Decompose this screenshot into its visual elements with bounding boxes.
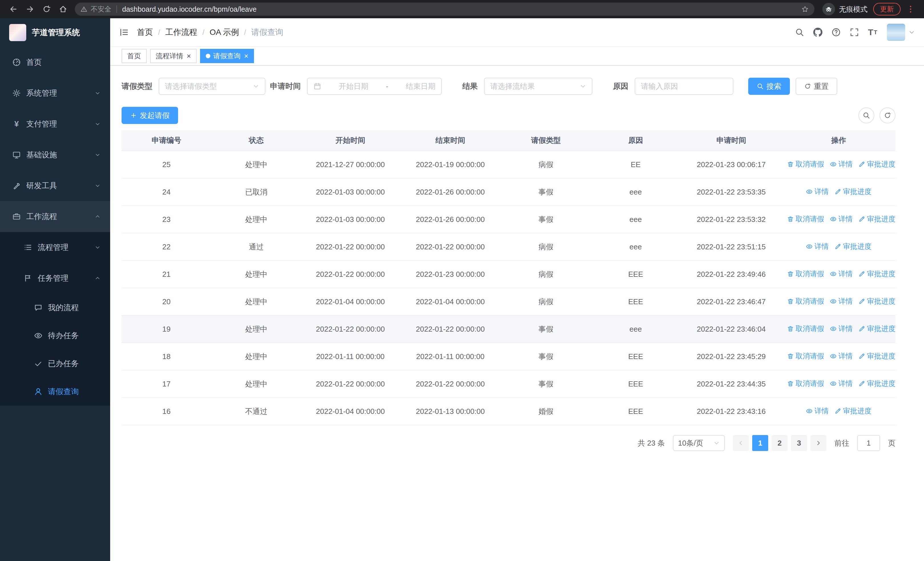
action-detail-link[interactable]: 详情 <box>806 187 829 196</box>
sidebar-item-my-process[interactable]: 我的流程 <box>0 294 110 322</box>
refresh-table-button[interactable] <box>879 107 896 123</box>
avatar-caret-icon[interactable] <box>909 29 915 35</box>
sidebar-item-home[interactable]: 首页 <box>0 47 110 78</box>
forward-button[interactable] <box>22 2 38 17</box>
leave-type-label: 请假类型 <box>122 81 152 92</box>
user-avatar[interactable] <box>887 24 905 41</box>
action-cancel-link[interactable]: 取消请假 <box>787 159 824 169</box>
sidebar-item-payment-management[interactable]: ¥支付管理 <box>0 108 110 139</box>
goto-page-input[interactable] <box>857 435 880 451</box>
bookmark-star-icon[interactable] <box>801 5 809 13</box>
breadcrumb-item[interactable]: 工作流程 <box>165 27 197 38</box>
table-row: 16不通过2022-01-04 00:00:002022-01-13 00:00… <box>122 398 896 425</box>
address-bar[interactable]: 不安全 dashboard.yudao.iocoder.cn/bpm/oa/le… <box>75 3 814 16</box>
sidebar-item-todo-tasks[interactable]: 待办任务 <box>0 322 110 350</box>
reload-button[interactable] <box>39 2 54 17</box>
cell-reason: eee <box>591 178 681 206</box>
action-label: 详情 <box>838 296 853 306</box>
action-detail-link[interactable]: 详情 <box>830 351 853 361</box>
edit-icon <box>858 161 865 168</box>
action-cancel-link[interactable]: 取消请假 <box>787 351 824 361</box>
action-progress-link[interactable]: 审批进度 <box>858 214 896 224</box>
close-icon[interactable]: × <box>187 52 191 60</box>
cell-actions: 取消请假详情审批进度 <box>782 206 896 233</box>
action-progress-link[interactable]: 审批进度 <box>834 242 872 251</box>
action-cancel-link[interactable]: 取消请假 <box>787 379 824 388</box>
help-icon[interactable] <box>829 25 843 40</box>
action-cancel-link[interactable]: 取消请假 <box>787 214 824 224</box>
tab-leave-query[interactable]: 请假查询× <box>200 49 254 63</box>
page-button-1[interactable]: 1 <box>752 435 768 451</box>
action-detail-link[interactable]: 详情 <box>806 406 829 416</box>
action-label: 审批进度 <box>867 324 896 333</box>
action-progress-link[interactable]: 审批进度 <box>834 406 872 416</box>
action-detail-link[interactable]: 详情 <box>830 296 853 306</box>
reset-button[interactable]: 重置 <box>796 78 837 95</box>
refresh-icon <box>884 112 891 119</box>
sidebar-toggle-icon[interactable] <box>119 27 129 37</box>
cell-start: 2022-01-22 00:00:00 <box>301 370 399 398</box>
search-icon[interactable] <box>792 25 807 40</box>
chevron-down-icon <box>93 90 102 96</box>
back-button[interactable] <box>6 2 21 17</box>
cell-end: 2022-01-11 00:00:00 <box>399 343 501 370</box>
sidebar-item-task-management[interactable]: 任务管理 <box>0 263 110 294</box>
home-button[interactable] <box>56 2 71 17</box>
action-cancel-link[interactable]: 取消请假 <box>787 296 824 306</box>
page-size-select[interactable]: 10条/页 <box>673 435 725 451</box>
action-cancel-link[interactable]: 取消请假 <box>787 324 824 333</box>
action-progress-link[interactable]: 审批进度 <box>858 296 896 306</box>
close-icon[interactable]: × <box>244 52 248 60</box>
action-detail-link[interactable]: 详情 <box>830 269 853 278</box>
page-button-3[interactable]: 3 <box>791 435 807 451</box>
sidebar-item-workflow[interactable]: 工作流程 <box>0 201 110 232</box>
hide-search-button[interactable] <box>858 107 874 123</box>
tab-process-detail[interactable]: 流程详情× <box>150 49 196 63</box>
action-progress-link[interactable]: 审批进度 <box>858 379 896 388</box>
breadcrumb-item[interactable]: OA 示例 <box>210 27 239 38</box>
action-label: 取消请假 <box>796 269 824 278</box>
action-detail-link[interactable]: 详情 <box>830 159 853 169</box>
font-size-icon[interactable]: TT <box>865 25 880 40</box>
warning-icon <box>81 6 87 12</box>
action-detail-link[interactable]: 详情 <box>830 214 853 224</box>
next-page-button[interactable] <box>810 435 826 451</box>
reason-input[interactable] <box>634 78 734 95</box>
sidebar-item-label: 任务管理 <box>38 273 69 283</box>
app-logo[interactable]: 芋道管理系统 <box>0 18 110 47</box>
action-progress-link[interactable]: 审批进度 <box>858 324 896 333</box>
action-cancel-link[interactable]: 取消请假 <box>787 269 824 278</box>
edit-icon <box>858 298 865 305</box>
sidebar-item-process-management[interactable]: 流程管理 <box>0 232 110 263</box>
action-progress-link[interactable]: 审批进度 <box>858 351 896 361</box>
result-select[interactable]: 请选择流结果 <box>484 78 592 95</box>
apply-time-range-picker[interactable]: 开始日期 - 结束日期 <box>307 78 442 95</box>
update-button[interactable]: 更新 <box>873 3 901 15</box>
action-progress-link[interactable]: 审批进度 <box>834 187 872 196</box>
action-detail-link[interactable]: 详情 <box>830 324 853 333</box>
action-label: 详情 <box>814 242 829 251</box>
cell-status: 处理中 <box>212 206 302 233</box>
sidebar-item-done-tasks[interactable]: 已办任务 <box>0 350 110 378</box>
action-progress-link[interactable]: 审批进度 <box>858 159 896 169</box>
fullscreen-icon[interactable] <box>847 25 862 40</box>
browser-menu-button[interactable] <box>903 2 918 17</box>
sidebar-item-dev-tools[interactable]: 研发工具 <box>0 170 110 201</box>
leave-type-select[interactable]: 请选择请假类型 <box>159 78 266 95</box>
app-header: 首页/工作流程/OA 示例/请假查询 TT <box>110 18 924 47</box>
page-button-2[interactable]: 2 <box>772 435 788 451</box>
breadcrumb-item[interactable]: 首页 <box>137 27 153 38</box>
tab-home[interactable]: 首页 <box>122 49 147 63</box>
action-detail-link[interactable]: 详情 <box>830 379 853 388</box>
calendar-icon <box>314 82 321 90</box>
prev-page-button[interactable] <box>733 435 749 451</box>
search-button[interactable]: 搜索 <box>748 78 790 95</box>
github-icon[interactable] <box>810 25 825 40</box>
sidebar-item-leave-query[interactable]: 请假查询 <box>0 378 110 406</box>
sidebar-item-infrastructure[interactable]: 基础设施 <box>0 139 110 170</box>
create-leave-button[interactable]: 发起请假 <box>122 107 178 124</box>
main-area: 首页/工作流程/OA 示例/请假查询 TT 首页流程详情×请假查询× 请假类型 … <box>110 18 924 561</box>
action-detail-link[interactable]: 详情 <box>806 242 829 251</box>
action-progress-link[interactable]: 审批进度 <box>858 269 896 278</box>
sidebar-item-system-management[interactable]: 系统管理 <box>0 78 110 108</box>
